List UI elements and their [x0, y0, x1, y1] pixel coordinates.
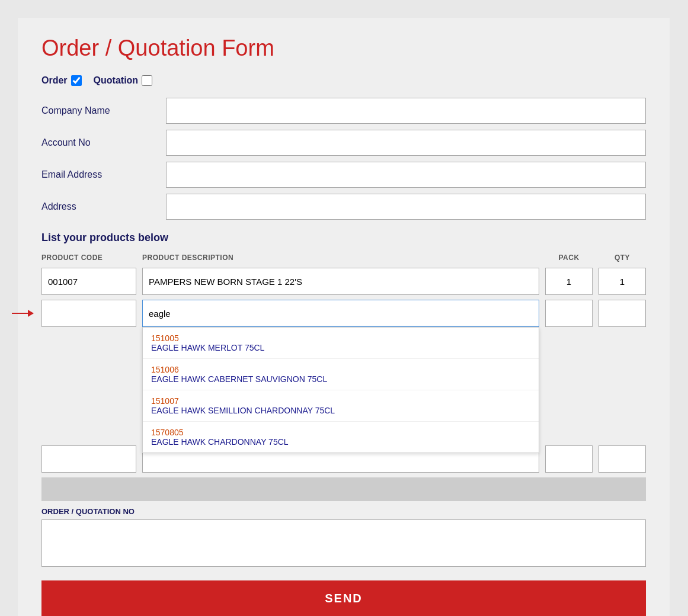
- order-label: Order: [41, 75, 68, 86]
- account-no-input[interactable]: [166, 130, 646, 156]
- qty-input-3[interactable]: [599, 445, 646, 473]
- arrow-indicator: [12, 313, 33, 314]
- autocomplete-dropdown: 151005 EAGLE HAWK MERLOT 75CL 151006 EAG…: [142, 327, 539, 453]
- autocomplete-desc-3: EAGLE HAWK SEMILLION CHARDONNAY 75CL: [151, 406, 530, 415]
- autocomplete-desc-1: EAGLE HAWK MERLOT 75CL: [151, 343, 530, 352]
- pack-input-1[interactable]: [545, 268, 593, 295]
- autocomplete-code-2: 151006: [151, 365, 530, 374]
- company-name-row: Company Name: [41, 98, 646, 124]
- pack-input-3[interactable]: [545, 445, 593, 473]
- quotation-checkbox-wrapper: Quotation: [94, 75, 153, 86]
- quotation-label: Quotation: [94, 75, 139, 86]
- row4-spacer: [41, 477, 646, 501]
- address-input[interactable]: [166, 194, 646, 220]
- autocomplete-item-3[interactable]: 151007 EAGLE HAWK SEMILLION CHARDONNAY 7…: [143, 390, 539, 422]
- order-no-textarea[interactable]: [41, 519, 646, 567]
- col-header-qty: QTY: [599, 254, 646, 262]
- order-type-row: Order Quotation: [41, 75, 646, 86]
- product-code-input-2[interactable]: [41, 300, 136, 327]
- col-header-product-code: PRODUCT CODE: [41, 254, 136, 262]
- order-quotation-section: ORDER / QUOTATION NO: [41, 507, 646, 569]
- order-checkbox-wrapper: Order: [41, 75, 82, 86]
- address-label: Address: [41, 201, 166, 212]
- col-header-product-description: PRODUCT DESCRIPTION: [142, 254, 539, 262]
- product-desc-input-2[interactable]: [142, 300, 539, 327]
- company-name-input[interactable]: [166, 98, 646, 124]
- quotation-checkbox[interactable]: [142, 75, 152, 86]
- autocomplete-desc-2: EAGLE HAWK CABERNET SAUVIGNON 75CL: [151, 374, 530, 384]
- order-checkbox[interactable]: [71, 75, 82, 86]
- autocomplete-code-3: 151007: [151, 396, 530, 406]
- product-row-1: [41, 268, 646, 295]
- products-header: PRODUCT CODE PRODUCT DESCRIPTION PACK QT…: [41, 254, 646, 262]
- col-header-pack: PACK: [545, 254, 593, 262]
- form-container: Order / Quotation Form Order Quotation C…: [18, 18, 670, 616]
- email-address-label: Email Address: [41, 169, 166, 180]
- product-row-2: 151005 EAGLE HAWK MERLOT 75CL 151006 EAG…: [41, 300, 646, 327]
- send-button[interactable]: SEND: [41, 580, 646, 616]
- qty-input-1[interactable]: [599, 268, 646, 295]
- autocomplete-desc-4: EAGLE HAWK CHARDONNAY 75CL: [151, 437, 530, 447]
- account-no-row: Account No: [41, 130, 646, 156]
- autocomplete-item-1[interactable]: 151005 EAGLE HAWK MERLOT 75CL: [143, 328, 539, 359]
- qty-input-2[interactable]: [599, 300, 646, 327]
- email-address-row: Email Address: [41, 162, 646, 188]
- company-name-label: Company Name: [41, 105, 166, 116]
- order-no-label: ORDER / QUOTATION NO: [41, 507, 646, 516]
- autocomplete-code-4: 1570805: [151, 428, 530, 437]
- address-row: Address: [41, 194, 646, 220]
- product-code-input-1[interactable]: [41, 268, 136, 295]
- autocomplete-item-2[interactable]: 151006 EAGLE HAWK CABERNET SAUVIGNON 75C…: [143, 359, 539, 390]
- product-code-input-3[interactable]: [41, 445, 136, 473]
- autocomplete-item-4[interactable]: 1570805 EAGLE HAWK CHARDONNAY 75CL: [143, 422, 539, 453]
- products-section-title: List your products below: [41, 232, 646, 244]
- autocomplete-code-1: 151005: [151, 333, 530, 343]
- pack-input-2[interactable]: [545, 300, 593, 327]
- product-desc-input-1[interactable]: [142, 268, 539, 295]
- email-address-input[interactable]: [166, 162, 646, 188]
- arrow-line: [12, 313, 33, 314]
- page-title: Order / Quotation Form: [41, 36, 646, 61]
- account-no-label: Account No: [41, 137, 166, 148]
